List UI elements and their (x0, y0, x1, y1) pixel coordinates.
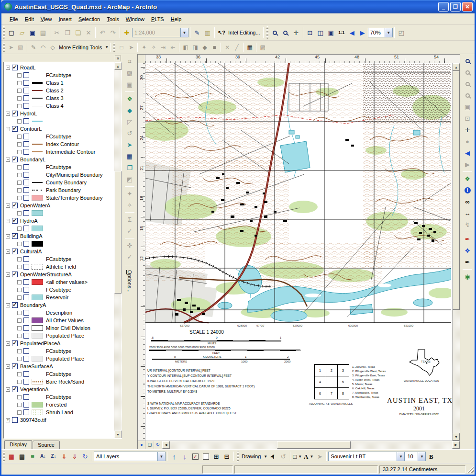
toc-row[interactable]: 309743o.tif (5, 416, 114, 424)
toc-row[interactable]: Populated Place (5, 355, 114, 363)
toc-row[interactable]: BoundaryL (5, 156, 114, 163)
go-back-extent-button[interactable]: ◀ (347, 27, 357, 38)
layer-checkbox[interactable] (23, 180, 29, 185)
expander-icon[interactable] (17, 280, 22, 284)
buffer-button[interactable]: ■ (210, 43, 219, 52)
layer-checkbox[interactable] (23, 72, 29, 78)
map-scale-combo[interactable]: 1:24,000 ▼ (132, 28, 188, 37)
minimize-button[interactable]: _ (438, 2, 449, 11)
font-size-dropdown-icon[interactable]: ▼ (418, 452, 425, 461)
toc-row[interactable]: Class 4 (5, 102, 114, 110)
expander-icon[interactable] (17, 395, 22, 399)
layer-checkbox[interactable] (23, 164, 29, 170)
zoom-selected-button[interactable]: ▣ (326, 27, 336, 38)
layer-checkbox[interactable] (23, 264, 29, 270)
flag-tool-button[interactable]: ➤ (126, 43, 136, 52)
text-dropdown-icon[interactable]: ▼ (310, 454, 313, 459)
map-canvas[interactable]: 62700062800097°30'629000630000631000 SCA… (145, 63, 452, 441)
zoom-whole-page-button[interactable]: ⊡ (305, 27, 315, 38)
expander-icon[interactable] (17, 265, 22, 269)
undo-button[interactable]: ↶ (97, 27, 108, 38)
select-target-button[interactable]: ◸ (124, 116, 135, 127)
select-box-button[interactable]: □ (117, 43, 126, 52)
expander-icon[interactable] (17, 318, 22, 323)
layer-checkbox[interactable] (23, 241, 29, 247)
toc-row[interactable]: CulturalA (5, 248, 114, 255)
layers-filter-combo[interactable]: All Layers ▼ (94, 452, 166, 461)
layer-checkbox[interactable] (23, 356, 29, 362)
map-vertical-scrollbar[interactable]: ▲ ▼ (452, 63, 460, 441)
toc-row[interactable]: Athletic Field (5, 263, 114, 271)
expander-icon[interactable] (17, 165, 22, 170)
layer-checkbox[interactable] (12, 157, 18, 162)
expander-icon[interactable] (17, 410, 22, 415)
whats-this-button[interactable]: ↖? (216, 27, 227, 38)
toc-row[interactable]: All Other Values (5, 317, 114, 324)
rotate-element-button[interactable]: ↺ (278, 451, 288, 462)
extend-line-button[interactable]: ⇥ (158, 43, 168, 52)
layer-checkbox[interactable] (12, 111, 18, 116)
expand-all-button[interactable]: ⊞ (211, 451, 221, 462)
layer-checkbox[interactable] (23, 210, 29, 216)
layers-filter-dropdown-icon[interactable]: ▼ (157, 452, 165, 461)
toc-row[interactable] (5, 225, 114, 232)
cut-polygon-button[interactable]: ╱ (232, 43, 242, 52)
shape-draw-button[interactable]: □▼ (292, 451, 303, 462)
layer-checkbox[interactable] (23, 187, 29, 193)
layer-checkbox[interactable] (23, 103, 29, 109)
expander-icon[interactable] (17, 196, 22, 200)
drawing-menu-dropdown[interactable]: Drawing (240, 453, 262, 459)
toc-row[interactable]: City/Municipal Boundary (5, 171, 114, 179)
expander-icon[interactable] (17, 242, 22, 246)
connect-db-button[interactable]: ⌗ (124, 56, 135, 67)
globe-extent-button[interactable]: ● (462, 136, 473, 147)
layer-checkbox[interactable] (23, 333, 29, 339)
expander-icon[interactable] (6, 127, 10, 131)
toc-row[interactable]: BuildingA (5, 232, 114, 240)
toc-row[interactable]: RoadL (5, 64, 114, 71)
reshape-edge-button[interactable]: ✦ (139, 43, 149, 52)
font-combo[interactable]: Souvenir Lt BT ▼ (328, 452, 405, 461)
editor-sketch-button[interactable]: ✎ (192, 27, 202, 38)
layer-checkbox[interactable] (23, 325, 29, 331)
sort-descending-button[interactable]: Z↓ (48, 451, 59, 462)
open-button[interactable]: ▱ (17, 27, 27, 38)
resize-grip[interactable] (467, 466, 474, 473)
toc-row[interactable]: Intermediate Contour (5, 148, 114, 156)
more-editing-tools-dropdown[interactable]: More Editing Tools (57, 45, 103, 50)
toc-scroll-down-icon[interactable]: ▼ (114, 431, 122, 438)
map-scroll-up-icon[interactable]: ▲ (453, 63, 460, 71)
expander-icon[interactable] (6, 341, 10, 346)
toc-row[interactable]: County Boundary (5, 179, 114, 186)
color-brush-button[interactable]: ✒ (462, 234, 473, 245)
menu-item[interactable]: Tools (103, 15, 122, 23)
move-layer-up-button[interactable]: ↑ (169, 451, 179, 462)
layer-checkbox[interactable] (12, 233, 18, 239)
zoom-center-button[interactable]: ▣ (462, 102, 473, 113)
expander-icon[interactable] (6, 418, 10, 422)
toolbar-grip[interactable] (3, 451, 5, 462)
layer-checkbox[interactable] (23, 279, 29, 285)
new-document-button[interactable]: ▢ (6, 27, 17, 38)
move-layer-down-button[interactable]: ↓ (179, 451, 190, 462)
layer-checkbox[interactable] (23, 371, 29, 377)
shape-tool-button[interactable]: ◇ (48, 43, 57, 52)
go-back-button[interactable]: ◀ (462, 147, 473, 159)
fixed-zoom-in-button[interactable] (462, 79, 473, 90)
new-polygon-button[interactable]: ◆ (124, 105, 135, 116)
map-hscroll-thumb[interactable] (277, 441, 350, 449)
zoom-100-button[interactable]: 1:1 (336, 27, 347, 38)
go-forward-extent-button[interactable]: ▶ (357, 27, 368, 38)
toc-row[interactable]: FCsubtype (5, 255, 114, 263)
cut-button[interactable]: ✂ (52, 27, 62, 38)
toc-row[interactable]: FCsubtype (5, 71, 114, 79)
map-scroll-down-icon[interactable]: ▼ (453, 433, 460, 441)
toc-row[interactable]: FCsubtype (5, 393, 114, 401)
union-button[interactable]: ◆ (200, 43, 210, 52)
summarize-button[interactable]: Σ (124, 214, 135, 225)
toc-row[interactable]: Park Boundary (5, 186, 114, 194)
expander-icon[interactable] (17, 227, 22, 231)
layer-checkbox[interactable] (23, 172, 29, 178)
layer-checkbox[interactable] (23, 295, 29, 300)
image-window-button[interactable]: ▨ (258, 43, 267, 52)
